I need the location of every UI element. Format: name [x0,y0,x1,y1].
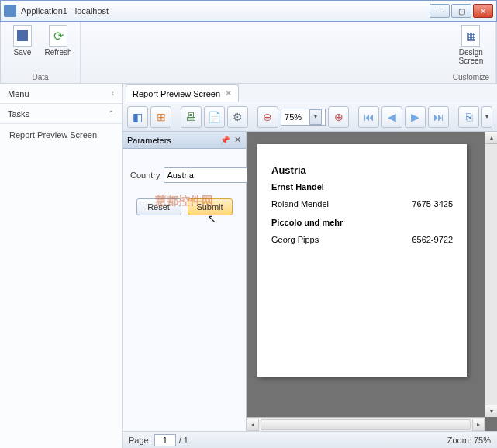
chevron-left-icon: ‹ [112,89,114,98]
ribbon-group-customize: ▦ Design Screen Customize [447,22,496,83]
save-label: Save [14,48,32,57]
print-button[interactable]: 🖶 [181,106,202,128]
page-label: Page: [129,436,151,445]
zoom-value: 75% [285,112,302,122]
page-setup-button[interactable]: ⚙ [227,106,248,128]
reset-button[interactable]: Reset [136,198,181,215]
zoom-select[interactable]: 75% ▾ [281,109,326,126]
scroll-down-button[interactable]: ▾ [485,405,497,417]
status-bar: Page: / 1 Zoom: 75% [123,431,497,448]
panel-close-icon[interactable]: ✕ [234,135,241,145]
prev-page-button[interactable]: ◀ [381,106,402,128]
scroll-right-button[interactable]: ▸ [472,419,485,431]
design-screen-button[interactable]: ▦ Design Screen [455,25,486,65]
tab-report-preview[interactable]: Report Preview Screen ✕ [126,84,239,102]
report-row2-name: Georg Pipps [271,235,412,244]
report-row2-value: 6562-9722 [412,235,453,244]
ribbon-group-label-data: Data [32,73,48,81]
last-page-button[interactable]: ⏭ [428,106,449,128]
ribbon: Save ⟳ Refresh Data ▦ Design Screen Cust… [0,22,497,84]
scroll-thumb[interactable] [261,419,471,430]
app-icon [4,5,16,17]
page-total: / 1 [179,436,188,445]
vertical-scrollbar[interactable]: ▴ ▾ [485,132,497,417]
country-label: Country [130,171,160,180]
report-group-1: Ernst Handel [271,182,453,191]
next-page-button[interactable]: ▶ [405,106,426,128]
report-toolbar: ◧ ⊞ 🖶 📄 ⚙ ⊖ 75% ▾ ⊕ ⏮ ◀ ▶ ⏭ ⎘ ▾ [123,102,497,132]
scroll-left-button[interactable]: ◂ [247,419,259,431]
sidebar-tasks-label: Tasks [8,109,29,119]
sidebar-menu-label: Menu [8,89,29,98]
horizontal-scrollbar[interactable]: ◂ ▸ [247,417,485,431]
refresh-icon: ⟳ [49,25,67,47]
chevron-down-icon[interactable]: ▾ [309,109,322,125]
report-viewer: Austria Ernst Handel Roland Mendel 7675-… [247,132,497,431]
report-page: Austria Ernst Handel Roland Mendel 7675-… [257,144,467,377]
tab-strip: Report Preview Screen ✕ [123,84,497,102]
chevron-up-icon: ⌃ [108,109,114,118]
report-row1-name: Roland Mendel [271,199,412,208]
ribbon-spacer [81,22,447,83]
zoom-in-button[interactable]: ⊕ [328,106,349,128]
save-icon [13,25,32,47]
toggle-sidebar-button[interactable]: ◧ [127,106,148,128]
pin-icon[interactable]: 📌 [220,136,230,144]
parameters-panel: Parameters 📌 ✕ Country 慧都控件网 Reset Submi… [123,132,247,431]
sidebar-item-report-preview[interactable]: Report Preview Screen [0,124,122,146]
window-title: Application1 - localhost [21,6,430,16]
cursor-icon: ↖ [207,212,216,225]
save-button[interactable]: Save [7,25,38,57]
report-group-2: Piccolo und mehr [271,218,453,227]
export-dropdown[interactable]: ▾ [481,106,492,128]
ribbon-group-data: Save ⟳ Refresh Data [1,22,81,83]
parameters-title: Parameters [127,136,171,145]
minimize-button[interactable]: — [430,4,450,18]
scroll-up-button[interactable]: ▴ [485,132,497,144]
maximize-button[interactable]: ▢ [451,4,471,18]
export-button[interactable]: ⎘ [458,106,479,128]
ribbon-group-label-customize: Customize [453,73,489,81]
design-icon: ▦ [461,25,480,47]
first-page-button[interactable]: ⏮ [358,106,379,128]
tab-close-icon[interactable]: ✕ [225,88,232,98]
refresh-label: Refresh [44,48,71,57]
parameters-header: Parameters 📌 ✕ [123,132,246,149]
report-heading: Austria [271,164,453,176]
sidebar-menu-header[interactable]: Menu ‹ [0,84,122,104]
design-label: Design Screen [455,48,486,65]
zoom-status: Zoom: 75% [447,436,491,445]
close-button[interactable]: ✕ [473,4,493,18]
refresh-button[interactable]: ⟳ Refresh [43,25,74,57]
print-layout-button[interactable]: 📄 [204,106,225,128]
report-row1-value: 7675-3425 [412,199,453,208]
tab-label: Report Preview Screen [133,89,220,98]
page-input[interactable] [154,434,176,446]
window-titlebar: Application1 - localhost — ▢ ✕ [0,0,497,22]
zoom-out-button[interactable]: ⊖ [257,106,278,128]
sidebar-tasks-header[interactable]: Tasks ⌃ [0,104,122,124]
sidebar: Menu ‹ Tasks ⌃ Report Preview Screen [0,84,123,448]
parameters-button[interactable]: ⊞ [150,106,171,128]
